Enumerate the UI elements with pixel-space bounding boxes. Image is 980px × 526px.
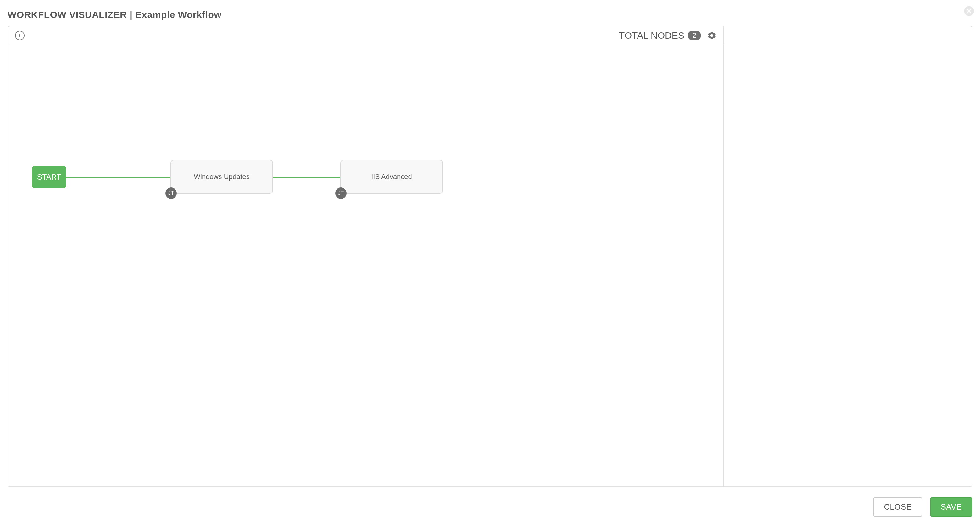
edge-node1-to-node2 — [273, 177, 347, 178]
modal-body: TOTAL NODES 2 START Windows Updates JT — [8, 26, 972, 487]
close-icon[interactable] — [964, 6, 974, 16]
modal-title: WORKFLOW VISUALIZER | Example Workflow — [8, 10, 221, 20]
node-iis-advanced[interactable]: IIS Advanced JT — [340, 160, 443, 194]
toolbar-right: TOTAL NODES 2 — [619, 30, 716, 41]
node-label: Windows Updates — [194, 173, 250, 181]
node-type-badge[interactable]: JT — [335, 187, 347, 199]
workflow-canvas[interactable]: START Windows Updates JT IIS Advanced JT — [8, 45, 723, 486]
start-node[interactable]: START — [32, 166, 66, 188]
canvas-toolbar: TOTAL NODES 2 — [8, 26, 723, 45]
close-button[interactable]: CLOSE — [873, 497, 922, 517]
start-node-label: START — [37, 173, 61, 182]
total-nodes-label: TOTAL NODES — [619, 30, 684, 41]
gear-icon[interactable] — [707, 31, 716, 40]
compass-icon[interactable] — [15, 31, 24, 40]
save-button[interactable]: SAVE — [930, 497, 972, 517]
node-type-badge[interactable]: JT — [165, 187, 177, 199]
modal-title-name: Example Workflow — [135, 10, 221, 20]
node-windows-updates[interactable]: Windows Updates JT — [170, 160, 273, 194]
canvas-panel: TOTAL NODES 2 START Windows Updates JT — [8, 26, 724, 486]
svg-marker-1 — [19, 33, 21, 37]
workflow-visualizer-modal: WORKFLOW VISUALIZER | Example Workflow T… — [8, 8, 972, 518]
modal-title-sep: | — [127, 10, 135, 20]
modal-title-app: WORKFLOW VISUALIZER — [8, 10, 127, 20]
side-panel — [724, 26, 972, 486]
total-nodes-count: 2 — [688, 31, 701, 40]
total-nodes: TOTAL NODES 2 — [619, 30, 701, 41]
node-label: IIS Advanced — [371, 173, 412, 181]
edge-start-to-node1 — [66, 177, 171, 178]
modal-header: WORKFLOW VISUALIZER | Example Workflow — [8, 8, 972, 26]
modal-footer: CLOSE SAVE — [8, 497, 972, 517]
